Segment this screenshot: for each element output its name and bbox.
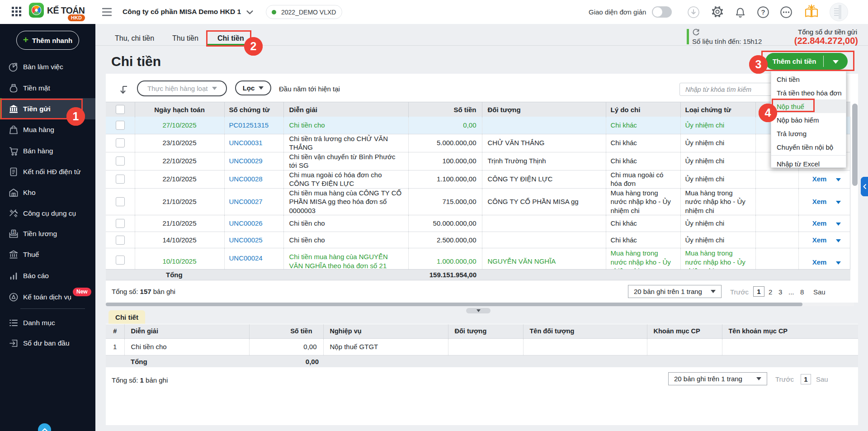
svg-text:?: ?: [761, 8, 765, 16]
svg-text:$: $: [13, 230, 15, 234]
